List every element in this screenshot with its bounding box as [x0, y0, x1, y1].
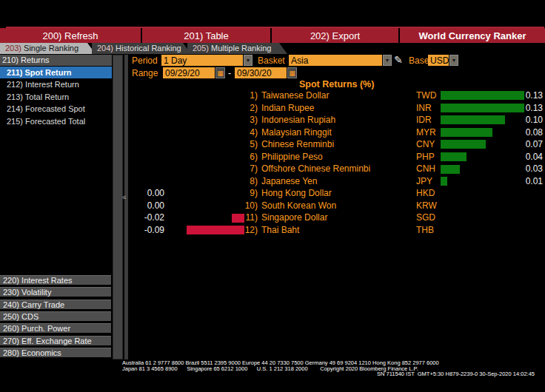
currency-name: Chinese Renminbi: [261, 138, 334, 151]
calendar-icon[interactable]: ▦: [215, 67, 225, 78]
refresh-button[interactable]: 200) Refresh: [0, 28, 141, 43]
currency-ticker: CNY: [416, 138, 435, 151]
tab-historical-ranking[interactable]: 204) Historical Ranking: [92, 43, 191, 54]
currency-name: Indonesian Rupiah: [261, 114, 335, 126]
tab-multiple-ranking[interactable]: 205) Multiple Ranking: [187, 43, 287, 54]
edit-basket-pencil-icon[interactable]: ✎: [392, 54, 405, 66]
currency-name: Hong Kong Dollar: [261, 187, 332, 200]
currency-row-cnh[interactable]: 0.037)Offshore Chinese RenminbiCNH: [130, 163, 545, 175]
currency-row-cny[interactable]: 0.075)Chinese RenminbiCNY: [130, 138, 545, 151]
currency-ticker: JPY: [416, 175, 432, 188]
sidebar-header-returns[interactable]: 210) Returns: [0, 55, 112, 66]
sidebar-item-volatility[interactable]: 230) Volatility: [0, 287, 111, 297]
range-start-input[interactable]: 09/29/20: [163, 67, 215, 78]
return-value: 0.10: [509, 114, 543, 126]
return-value: 0.00: [130, 187, 164, 200]
row-number: 7): [224, 163, 258, 175]
currency-ticker: MYR: [416, 126, 436, 139]
chevron-down-icon[interactable]: ▼: [449, 55, 458, 66]
positive-return-bar: [441, 91, 524, 100]
sidebar-item-interest-return[interactable]: 212) Interest Return: [0, 78, 112, 90]
tab-label: Multiple Ranking: [211, 44, 271, 53]
row-number: 1): [224, 89, 258, 102]
return-value: 0.07: [509, 138, 543, 151]
bloomberg-terminal-screen: 200) Refresh 201) Table 202) Export Worl…: [0, 0, 545, 392]
range-separator: -: [228, 68, 231, 78]
calendar-icon[interactable]: ▦: [287, 67, 297, 78]
range-label: Range: [132, 68, 158, 78]
sidebar-item-spot-return[interactable]: 211) Spot Return: [0, 67, 112, 78]
row-number: 9): [224, 187, 258, 200]
currency-row-krw[interactable]: 0.0010)South Korean WonKRW: [130, 200, 545, 212]
currency-row-idr[interactable]: 0.103)Indonesian RupiahIDR: [130, 114, 545, 126]
sidebar-item-forecasted-total[interactable]: 215) Forecasted Total: [0, 115, 112, 127]
sidebar-item-carry-trade[interactable]: 240) Carry Trade: [0, 300, 111, 309]
currency-name: Offshore Chinese Renminbi: [261, 163, 370, 175]
basket-dropdown[interactable]: Asia ▼: [289, 55, 392, 66]
basket-label: Basket: [258, 55, 285, 66]
chevron-down-icon[interactable]: ▼: [383, 55, 392, 66]
currency-row-jpy[interactable]: 0.018)Japanese YenJPY: [130, 175, 545, 188]
sidebar-item-forecasted-spot[interactable]: 214) Forecasted Spot: [0, 103, 112, 115]
currency-row-sgd[interactable]: -0.0211)Singapore DollarSGD: [130, 212, 545, 224]
sidebar-item-purch-power[interactable]: 260) Purch. Power: [0, 323, 111, 333]
row-number: 2): [224, 102, 258, 115]
currency-row-inr[interactable]: 0.132)Indian RupeeINR: [130, 102, 545, 115]
collapse-panel-icon[interactable]: «: [122, 193, 127, 201]
base-label: Base: [409, 55, 429, 66]
base-value: USD: [428, 55, 449, 66]
toolbar: 200) Refresh 201) Table 202) Export Worl…: [0, 28, 545, 43]
positive-return-bar: [441, 140, 486, 149]
return-value: 0.00: [130, 200, 164, 212]
footer-contact-line2: Japan 81 3 4565 8900 Singapore 65 6212 1…: [122, 366, 418, 371]
currency-row-hkd[interactable]: 0.009)Hong Kong DollarHKD: [130, 187, 545, 200]
footer-contact-line1: Australia 61 2 9777 8600 Brazil 5511 239…: [122, 360, 439, 365]
return-value: -0.02: [130, 212, 164, 224]
positive-return-bar: [441, 177, 447, 186]
row-number: 11): [224, 212, 258, 224]
currency-ticker: INR: [416, 102, 432, 115]
sidebar-item-interest-rates[interactable]: 220) Interest Rates: [0, 275, 111, 285]
return-value: 0.08: [509, 126, 543, 139]
range-end-value: 09/30/20: [235, 67, 287, 78]
row-number: 6): [224, 151, 258, 163]
row-number: 12): [224, 224, 258, 237]
tab-number: 205): [193, 44, 209, 53]
currency-ticker: SGD: [416, 212, 435, 224]
currency-name: Indian Rupee: [261, 102, 314, 115]
currency-row-thb[interactable]: -0.0912)Thai BahtTHB: [130, 224, 545, 237]
table-button[interactable]: 201) Table: [142, 28, 270, 43]
basket-value: Asia: [289, 55, 382, 66]
sidebar-item-cds[interactable]: 250) CDS: [0, 311, 111, 321]
sidebar-scrollbar[interactable]: [113, 55, 123, 359]
tab-single-ranking[interactable]: 203) Single Ranking: [0, 43, 96, 54]
currency-name: Philippine Peso: [261, 151, 323, 163]
currency-ticker: PHP: [416, 151, 435, 163]
range-start-value: 09/29/20: [163, 67, 215, 78]
page-title: World Currency Ranker: [400, 28, 545, 43]
range-end-input[interactable]: 09/30/20: [235, 67, 287, 78]
sidebar-item-total-return[interactable]: 213) Total Return: [0, 91, 112, 103]
sidebar-item-eff-exchange-rate[interactable]: 270) Eff. Exchange Rate: [0, 336, 111, 345]
panel-splitter[interactable]: [124, 55, 128, 359]
currency-name: Thai Baht: [261, 224, 299, 237]
export-button[interactable]: 202) Export: [272, 28, 398, 43]
tab-label: Single Ranking: [24, 44, 78, 53]
return-value: -0.09: [130, 224, 164, 237]
currency-ticker: HKD: [416, 187, 435, 200]
positive-return-bar: [441, 104, 524, 112]
period-dropdown[interactable]: 1 Day ▼: [161, 55, 253, 66]
chevron-down-icon[interactable]: ▼: [244, 55, 253, 66]
currency-row-myr[interactable]: 0.084)Malaysian RinggitMYR: [130, 126, 545, 139]
currency-row-twd[interactable]: 0.131)Taiwanese DollarTWD: [130, 89, 545, 102]
sidebar-item-economics[interactable]: 280) Economics: [0, 348, 111, 357]
row-number: 4): [224, 126, 258, 139]
currency-ticker: TWD: [416, 89, 436, 102]
return-value: 0.01: [509, 175, 543, 188]
currency-row-php[interactable]: 0.046)Philippine PesoPHP: [130, 151, 545, 163]
positive-return-bar: [441, 152, 467, 161]
row-number: 3): [224, 114, 258, 126]
tab-number: 204): [97, 44, 113, 53]
base-dropdown[interactable]: USD ▼: [428, 55, 458, 66]
tab-label: Historical Ranking: [116, 44, 181, 53]
